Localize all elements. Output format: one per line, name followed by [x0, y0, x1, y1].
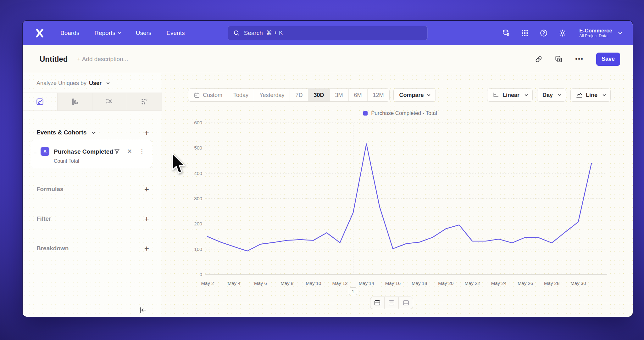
nav-item-reports[interactable]: Reports	[94, 30, 121, 37]
drag-handle-icon[interactable]: ≡	[34, 150, 37, 156]
chevron-down-icon	[107, 81, 110, 84]
more-menu-icon[interactable]: •••	[575, 55, 584, 63]
event-card[interactable]: ≡ A Purchase Completed Count Total ✕ ⋮	[31, 140, 152, 168]
layout-bottom-button[interactable]	[399, 297, 413, 309]
project-text: E-Commerce All Project Data	[579, 28, 612, 38]
analyze-value-dropdown[interactable]: User	[89, 80, 102, 87]
add-description[interactable]: + Add description...	[77, 56, 128, 63]
chart-panel: Custom Today Yesterday 7D 30D 3M 6M 12M …	[162, 73, 633, 317]
duplicate-icon[interactable]	[555, 55, 563, 63]
top-nav: Boards Reports Users Events	[23, 21, 633, 45]
save-button[interactable]: Save	[596, 53, 620, 66]
copy-link-icon[interactable]	[535, 55, 542, 63]
add-event-button[interactable]: +	[144, 128, 149, 137]
content: Analyze Uniques by User	[23, 73, 633, 317]
tab-insights[interactable]	[23, 93, 58, 110]
svg-text:May 14: May 14	[359, 280, 374, 286]
svg-text:100: 100	[194, 246, 202, 252]
filter-section: Filter +	[36, 215, 149, 223]
svg-text:May 30: May 30	[570, 280, 586, 286]
tab-retention[interactable]	[127, 93, 162, 110]
svg-text:May 24: May 24	[491, 280, 507, 286]
filter-icon[interactable]	[114, 148, 120, 155]
retention-dots-icon	[140, 98, 148, 106]
layout-split-button[interactable]	[370, 297, 385, 309]
event-title[interactable]: Purchase Completed	[54, 148, 113, 155]
breakdown-section: Breakdown +	[36, 244, 149, 252]
events-cohorts-section: Events & Cohorts +	[36, 128, 149, 137]
svg-text:May 2: May 2	[201, 280, 214, 286]
events-cohorts-label: Events & Cohorts	[36, 129, 86, 136]
chevron-down-icon	[92, 131, 95, 134]
svg-text:May 26: May 26	[518, 280, 533, 286]
project-scope: All Project Data	[579, 34, 612, 38]
nav-item-label: Reports	[94, 30, 115, 37]
formulas-section: Formulas +	[36, 185, 149, 193]
svg-text:600: 600	[194, 120, 202, 125]
nav-item-users[interactable]: Users	[136, 30, 152, 37]
layout-toggles	[370, 297, 413, 309]
formulas-label: Formulas	[36, 186, 64, 193]
svg-text:May 12: May 12	[332, 280, 347, 286]
add-filter-button[interactable]: +	[144, 215, 149, 223]
svg-text:May 18: May 18	[412, 280, 427, 286]
add-breakdown-button[interactable]: +	[144, 244, 149, 252]
search-input[interactable]	[244, 30, 422, 37]
event-metric-dropdown[interactable]: Count Total	[54, 158, 79, 164]
tab-funnels[interactable]	[58, 93, 92, 110]
svg-text:400: 400	[194, 171, 202, 176]
svg-text:May 20: May 20	[438, 280, 453, 286]
event-more-icon[interactable]: ⋮	[139, 148, 145, 155]
event-card-actions: ✕ ⋮	[114, 148, 145, 155]
settings-gear-icon[interactable]	[558, 29, 567, 37]
layout-bottom-icon	[402, 300, 409, 306]
nav-item-label: Boards	[60, 30, 79, 37]
analyze-label: Analyze Uniques by	[36, 80, 86, 87]
insights-chart-icon	[36, 98, 44, 106]
add-formula-button[interactable]: +	[144, 185, 149, 193]
filter-label: Filter	[36, 215, 51, 222]
layout-split-icon	[374, 300, 381, 306]
nav-item-label: Events	[166, 30, 185, 37]
svg-text:300: 300	[194, 196, 202, 201]
svg-text:500: 500	[194, 145, 202, 150]
nav-item-boards[interactable]: Boards	[60, 30, 79, 37]
title-bar: Untitled + Add description... ••• Save	[23, 45, 633, 73]
data-management-icon[interactable]	[502, 29, 510, 37]
nav-links: Boards Reports Users Events	[60, 30, 185, 37]
svg-text:May 22: May 22	[464, 280, 480, 286]
chart-svg[interactable]: 0100200300400500600May 2May 4May 6May 8M…	[162, 73, 633, 317]
svg-text:May 8: May 8	[280, 280, 293, 286]
nav-item-events[interactable]: Events	[166, 30, 185, 37]
chevron-down-icon	[618, 31, 622, 34]
analyze-uniques-control: Analyze Uniques by User	[36, 80, 109, 87]
svg-text:May 4: May 4	[228, 280, 241, 286]
project-selector[interactable]: E-Commerce All Project Data	[579, 28, 621, 38]
annotation-badge[interactable]: 1	[349, 287, 357, 295]
mixpanel-logo-icon[interactable]	[34, 27, 45, 39]
flows-icon	[105, 98, 114, 106]
svg-text:200: 200	[194, 221, 202, 226]
report-type-tabs	[23, 93, 162, 111]
help-icon[interactable]	[540, 29, 548, 37]
apps-grid-icon[interactable]	[521, 29, 529, 37]
layout-top-button[interactable]	[385, 297, 399, 309]
chevron-down-icon	[118, 31, 121, 34]
search-icon	[233, 30, 240, 37]
title-actions: ••• Save	[535, 53, 620, 66]
collapse-sidebar-icon[interactable]	[139, 307, 147, 314]
bars-chart-icon	[71, 98, 79, 106]
search-bar[interactable]	[228, 26, 428, 40]
svg-text:May 6: May 6	[254, 280, 267, 286]
app-window: Boards Reports Users Events	[23, 21, 633, 317]
svg-text:May 10: May 10	[306, 280, 321, 286]
breakdown-label: Breakdown	[36, 245, 69, 252]
nav-right-actions: E-Commerce All Project Data	[502, 28, 621, 38]
tab-flows[interactable]	[92, 93, 127, 110]
layout-top-icon	[388, 300, 395, 306]
events-cohorts-header[interactable]: Events & Cohorts	[36, 129, 95, 136]
svg-text:0: 0	[199, 272, 202, 277]
report-title[interactable]: Untitled	[40, 55, 68, 64]
project-name: E-Commerce	[579, 28, 612, 34]
remove-event-icon[interactable]: ✕	[127, 148, 132, 155]
